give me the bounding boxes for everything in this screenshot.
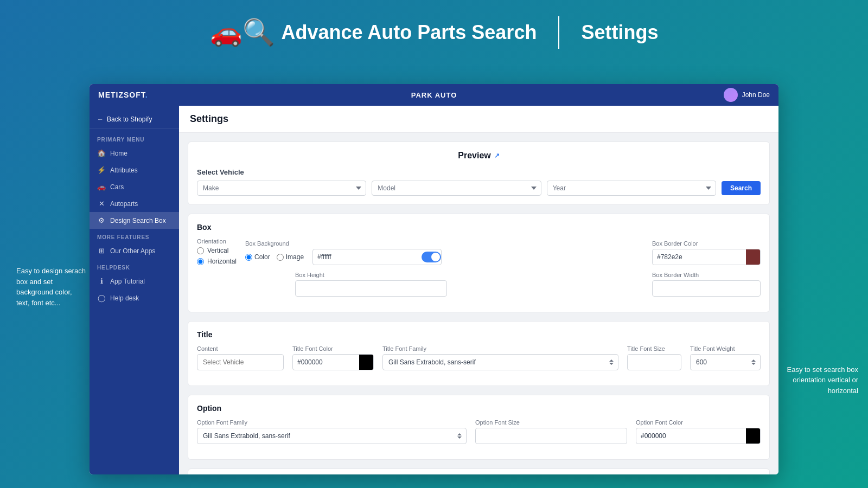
autoparts-icon: ✕ [97,200,106,208]
sidebar: ← Back to Shopify PRIMARY MENU 🏠 Home ⚡ … [90,106,179,474]
title-font-family-select[interactable]: Gill Sans Extrabold, sans-serif [382,354,618,370]
box-section-card: Box Orientation Vertical [188,214,770,312]
color-option[interactable]: Color [245,253,270,261]
title-section-card: Title Content Title Font Color [188,321,770,386]
box-height-label: Box Height [295,272,643,278]
sidebar-other-apps-label: Our Other Apps [110,247,155,255]
sidebar-helpdesk-item-label: Help desk [110,294,139,302]
option-font-size-group: Option Font Size 14 [475,419,627,444]
bg-color-input[interactable] [313,251,422,263]
header-title: Advance Auto Parts Search [282,21,537,44]
main-content: Settings Preview ↗ Select Vehicle Make [179,106,778,474]
title-font-size-group: Title Font Size 20 [627,345,681,370]
title-content-group: Content [197,345,284,370]
title-font-size-label: Title Font Size [627,345,681,352]
vertical-label: Vertical [207,247,228,254]
title-font-weight-group: Title Font Weight 600 [690,345,761,370]
option-font-color-group: Option Font Color [636,419,761,444]
title-content-label: Content [197,345,284,352]
preview-title: Preview ↗ [197,151,761,160]
option-font-color-input[interactable] [636,430,746,442]
box-border-width-input[interactable]: 0 [652,280,761,297]
box-background-group: Box Background Color Image [245,240,643,265]
sidebar-design-label: Design Search Box [110,217,166,224]
sidebar-tutorial-label: App Tutorial [110,278,145,285]
title-font-size-input[interactable]: 20 [627,354,681,370]
vehicle-select-label: Select Vehicle [197,168,761,176]
horizontal-radio[interactable]: Horizontal [197,258,237,265]
button-section-card: Button Content Button Font Family Gill S… [188,468,770,474]
content-body: Preview ↗ Select Vehicle Make Model Year [179,133,778,474]
option-font-size-input[interactable]: 14 [475,428,627,444]
option-form-row: Option Font Family Gill Sans Extrabold, … [197,419,761,444]
box-height-input[interactable]: 80 [295,280,447,297]
page-header: 🚗🔍 Advance Auto Parts Search Settings [0,0,868,60]
orientation-radio-group: Vertical Horizontal [197,247,237,265]
header-divider [558,16,559,49]
vertical-radio[interactable]: Vertical [197,247,237,254]
title-form-row: Content Title Font Color Title Font Fami… [197,345,761,370]
top-bar: METIZSOFT. PARK AUTO John Doe [90,84,778,106]
back-arrow-icon: ← [97,115,104,123]
make-select[interactable]: Make [197,181,366,196]
helpdesk-icon: ◯ [97,294,106,302]
external-link-icon[interactable]: ↗ [494,152,500,159]
orientation-group: Orientation Vertical Horizontal [197,238,237,265]
avatar [724,88,738,102]
box-bg-row: Color Image [245,249,643,265]
sidebar-item-autoparts[interactable]: ✕ Autoparts [90,195,179,212]
sidebar-item-our-other-apps[interactable]: ⊞ Our Other Apps [90,242,179,259]
image-option[interactable]: Image [277,253,304,261]
box-bg-options: Color Image [245,253,304,261]
title-font-family-group: Title Font Family Gill Sans Extrabold, s… [382,345,618,370]
sidebar-item-app-tutorial[interactable]: ℹ App Tutorial [90,273,179,290]
title-font-color-swatch[interactable] [359,354,373,370]
sidebar-home-label: Home [110,150,127,157]
horizontal-radio-input[interactable] [197,258,204,265]
sidebar-item-attributes[interactable]: ⚡ Attributes [90,162,179,178]
home-icon: 🏠 [97,149,106,157]
title-content-input[interactable] [197,354,284,370]
callout-right: Easy to set search box orientation verti… [777,364,858,396]
box-border-color-group: Box Border Color [652,240,761,265]
vertical-radio-input[interactable] [197,247,204,254]
sidebar-item-design-search-box[interactable]: ⚙ Design Search Box [90,212,179,229]
orientation-label: Orientation [197,238,237,245]
apps-icon: ⊞ [97,247,106,255]
image-radio-input[interactable] [277,254,284,261]
model-select[interactable]: Model [372,181,541,196]
year-select[interactable]: Year [547,181,716,196]
box-height-group: Box Height 80 [295,272,643,297]
vehicle-search-button[interactable]: Search [722,181,761,195]
sidebar-item-help-desk[interactable]: ◯ Help desk [90,290,179,306]
cars-icon: 🚗 [97,183,106,191]
username: John Doe [742,91,770,99]
callout-left: Easy to design serach box and set backgr… [16,266,87,308]
helpdesk-label: HELPDESK [90,259,179,273]
image-option-label: Image [286,253,304,261]
option-section-card: Option Option Font Family Gill Sans Extr… [188,395,770,460]
title-font-color-group: Title Font Color [292,345,374,370]
color-radio-input[interactable] [245,254,252,261]
header-subtitle: Settings [581,21,658,44]
sidebar-item-home[interactable]: 🏠 Home [90,145,179,162]
app-logo: METIZSOFT. [98,91,148,99]
box-border-color-label: Box Border Color [652,240,761,247]
title-font-weight-select[interactable]: 600 [690,354,761,370]
car-search-icon: 🚗🔍 [210,17,275,48]
header-logo-area: 🚗🔍 Advance Auto Parts Search [210,17,537,48]
attributes-icon: ⚡ [97,166,106,174]
title-font-color-input[interactable] [293,356,359,368]
store-name: PARK AUTO [411,91,457,99]
option-font-size-label: Option Font Size [475,419,627,426]
back-to-shopify-button[interactable]: ← Back to Shopify [90,110,179,129]
option-font-color-swatch[interactable] [746,428,760,444]
box-border-width-label: Box Border Width [652,272,761,278]
sidebar-item-cars[interactable]: 🚗 Cars [90,178,179,195]
app-window: METIZSOFT. PARK AUTO John Doe ← Back to … [90,84,778,474]
border-color-swatch[interactable] [746,249,760,265]
border-color-input[interactable] [653,251,746,263]
option-font-family-select[interactable]: Gill Sans Extrabold, sans-serif [197,428,467,444]
option-font-family-group: Option Font Family Gill Sans Extrabold, … [197,419,467,444]
bg-color-toggle[interactable] [422,252,441,262]
